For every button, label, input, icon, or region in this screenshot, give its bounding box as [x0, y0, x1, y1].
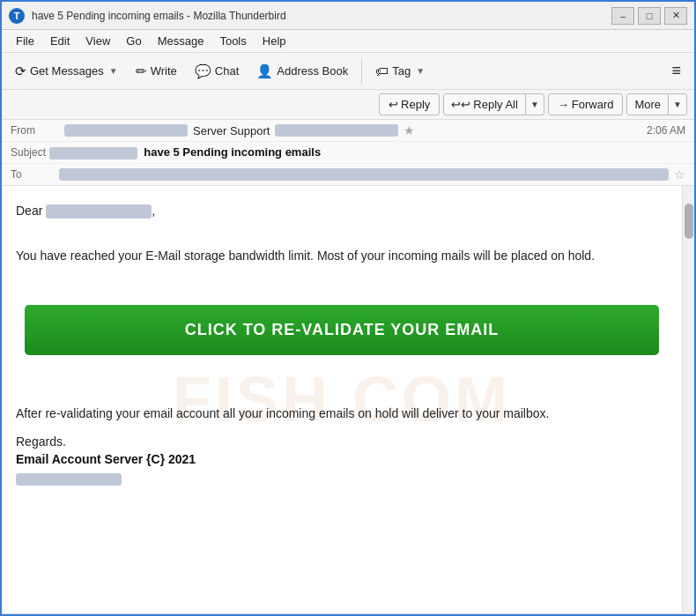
window-title: have 5 Pending incoming emails - Mozilla… — [32, 10, 611, 22]
email-content: Dear , You have reached your E-Mail stor… — [16, 204, 668, 486]
tag-dropdown-icon[interactable]: ▼ — [416, 66, 425, 76]
to-blurred — [59, 168, 669, 181]
body-paragraph-2: After re-validating your email account a… — [16, 404, 668, 423]
write-button[interactable]: ✏ Write — [128, 59, 185, 84]
menu-file[interactable]: File — [9, 33, 41, 49]
address-book-icon: 👤 — [256, 63, 273, 79]
reply-all-label: Reply All — [473, 98, 518, 111]
email-time: 2:06 AM — [647, 124, 685, 137]
window-controls: – □ ✕ — [611, 7, 687, 25]
menu-help[interactable]: Help — [255, 33, 293, 49]
email-body-wrapper: FISH COM Dear , You have reached your E-… — [2, 186, 694, 613]
more-label: More — [634, 98, 661, 111]
toolbar: ⟳ Get Messages ▼ ✏ Write 💬 Chat 👤 Addres… — [2, 53, 694, 90]
cta-button[interactable]: CLICK TO RE-VALIDATE YOUR EMAIL — [25, 305, 659, 355]
regards-text: Regards. — [16, 434, 668, 449]
reply-icon: ↩ — [389, 98, 398, 111]
menu-go[interactable]: Go — [119, 33, 148, 49]
to-label: To — [11, 168, 59, 181]
reply-all-icon: ↩↩ — [451, 98, 470, 111]
subject-row: Subject have 5 Pending incoming emails — [2, 142, 694, 164]
chat-label: Chat — [215, 64, 239, 78]
write-icon: ✏ — [136, 63, 147, 79]
reply-all-dropdown[interactable]: ▼ — [526, 96, 544, 113]
reply-all-split: ↩↩ Reply All ▼ — [443, 93, 544, 115]
forward-label: Forward — [572, 98, 614, 111]
more-split: More ▼ — [626, 93, 687, 115]
toolbar-separator — [361, 59, 362, 84]
chat-button[interactable]: 💬 Chat — [187, 59, 247, 84]
chat-icon: 💬 — [195, 63, 211, 79]
maximize-button[interactable]: □ — [638, 7, 661, 25]
recipient-blurred — [46, 204, 152, 219]
email-action-bar: ↩ Reply ↩↩ Reply All ▼ → Forward More ▼ — [2, 90, 694, 120]
more-button[interactable]: More — [627, 94, 669, 115]
hamburger-icon: ≡ — [671, 62, 681, 80]
more-dropdown[interactable]: ▼ — [669, 96, 686, 113]
dear-line: Dear , — [16, 204, 668, 219]
get-messages-button[interactable]: ⟳ Get Messages ▼ — [7, 59, 126, 84]
address-book-label: Address Book — [277, 64, 348, 78]
get-messages-label: Get Messages — [30, 64, 104, 78]
menu-bar: File Edit View Go Message Tools Help — [2, 30, 694, 53]
title-bar: T have 5 Pending incoming emails - Mozil… — [2, 2, 694, 30]
star-icon[interactable]: ★ — [404, 123, 415, 137]
reply-label: Reply — [401, 98, 430, 111]
from-name: Server Support — [193, 124, 270, 137]
tag-icon: 🏷 — [375, 63, 389, 78]
menu-edit[interactable]: Edit — [43, 33, 77, 49]
reply-all-button[interactable]: ↩↩ Reply All — [444, 94, 526, 115]
forward-button[interactable]: → Forward — [548, 93, 624, 115]
to-row: To ☆ — [2, 164, 694, 185]
to-star-icon[interactable]: ☆ — [674, 167, 685, 182]
from-row: From Server Support ★ 2:06 AM — [2, 120, 694, 142]
email-body: FISH COM Dear , You have reached your E-… — [2, 186, 682, 613]
from-label: From — [11, 124, 59, 137]
email-header: From Server Support ★ 2:06 AM Subject ha… — [2, 120, 694, 186]
scrollbar-thumb[interactable] — [685, 204, 693, 239]
from-address-blurred — [275, 124, 398, 137]
email-signature: Email Account Server {C} 2021 — [16, 452, 668, 466]
get-messages-icon: ⟳ — [15, 63, 26, 79]
hamburger-button[interactable]: ≡ — [663, 57, 689, 85]
close-button[interactable]: ✕ — [664, 7, 687, 25]
write-label: Write — [151, 64, 177, 78]
tag-button[interactable]: 🏷 Tag ▼ — [367, 59, 433, 83]
subject-text: have 5 Pending incoming emails — [144, 145, 321, 159]
tag-label: Tag — [392, 64, 411, 78]
status-bar: ◉ — [2, 613, 694, 616]
reply-button[interactable]: ↩ Reply — [379, 93, 440, 115]
subject-blurred — [49, 147, 137, 160]
sig-blurred — [16, 473, 122, 486]
scrollbar[interactable] — [682, 186, 694, 613]
menu-view[interactable]: View — [78, 33, 117, 49]
body-paragraph-1: You have reached your E-Mail storage ban… — [16, 246, 668, 265]
address-book-button[interactable]: 👤 Address Book — [248, 59, 356, 84]
from-email-blurred — [64, 124, 188, 137]
get-messages-dropdown-icon[interactable]: ▼ — [109, 66, 118, 76]
app-icon: T — [9, 8, 25, 24]
minimize-button[interactable]: – — [611, 7, 634, 25]
subject-label: Subject — [11, 146, 46, 159]
forward-icon: → — [558, 98, 569, 111]
menu-tools[interactable]: Tools — [212, 33, 253, 49]
menu-message[interactable]: Message — [151, 33, 211, 49]
dear-text: Dear — [16, 204, 42, 218]
